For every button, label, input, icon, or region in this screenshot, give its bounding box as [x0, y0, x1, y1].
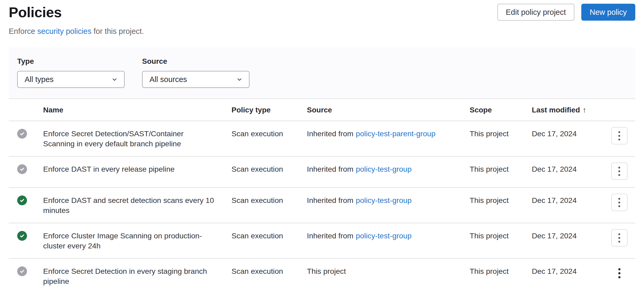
- status-cell: [9, 266, 43, 276]
- source-prefix: Inherited from: [307, 129, 353, 138]
- policy-name: Enforce DAST and secret detection scans …: [43, 195, 232, 215]
- policies-table: Name Policy type Source Scope Last modif…: [9, 99, 635, 291]
- scope-column-header: Scope: [470, 106, 532, 114]
- last-modified-column-header[interactable]: Last modified↑: [532, 106, 603, 114]
- kebab-dot-icon: [618, 167, 620, 169]
- kebab-dot-icon: [618, 198, 620, 200]
- security-policies-link[interactable]: security policies: [37, 27, 92, 35]
- last-modified-date: Dec 17, 2024: [532, 164, 603, 174]
- kebab-dot-icon: [618, 131, 620, 133]
- policy-scope: This project: [470, 266, 532, 276]
- source-group-link[interactable]: policy-test-group: [356, 196, 412, 204]
- policy-type: Scan execution: [232, 164, 307, 174]
- kebab-dot-icon: [618, 170, 620, 172]
- header-actions: Edit policy project New policy: [497, 4, 636, 21]
- source-prefix: Inherited from: [307, 165, 353, 173]
- status-check-icon-inactive: [17, 164, 27, 174]
- policy-name: Enforce Secret Detection/SAST/Container …: [43, 129, 232, 149]
- kebab-menu-button[interactable]: [611, 127, 628, 144]
- source-filter-value: All sources: [149, 75, 187, 84]
- status-check-icon-active: [17, 231, 27, 241]
- actions-cell: [603, 266, 635, 282]
- kebab-dot-icon: [618, 205, 620, 207]
- policy-table-row: Enforce DAST in every release pipeline S…: [9, 157, 635, 188]
- policies-page: Policies Edit policy project New policy …: [0, 4, 644, 291]
- status-cell: [9, 129, 43, 139]
- kebab-dot-icon: [618, 241, 620, 243]
- status-check-icon-inactive: [17, 266, 27, 276]
- kebab-menu-button[interactable]: [611, 229, 628, 247]
- policy-type: Scan execution: [232, 129, 307, 139]
- kebab-dot-icon: [618, 135, 620, 137]
- policy-table-row: Enforce DAST and secret detection scans …: [9, 188, 635, 223]
- policy-source: Inherited frompolicy-test-group: [307, 164, 470, 174]
- description-prefix: Enforce: [9, 27, 35, 35]
- kebab-menu-button[interactable]: [611, 194, 628, 211]
- policy-type: Scan execution: [232, 231, 307, 241]
- source-column-header: Source: [307, 106, 470, 114]
- kebab-dot-icon: [618, 272, 620, 274]
- page-header: Policies Edit policy project New policy: [9, 4, 635, 21]
- kebab-dot-icon: [618, 237, 620, 239]
- page-description: Enforce security policies for this proje…: [9, 26, 635, 36]
- source-filter-group: Source All sources: [142, 57, 250, 88]
- status-cell: [9, 164, 43, 174]
- policy-scope: This project: [470, 129, 532, 139]
- type-filter-dropdown[interactable]: All types: [17, 71, 125, 88]
- policy-table-row: Enforce Cluster Image Scanning on produc…: [9, 223, 635, 259]
- source-filter-dropdown[interactable]: All sources: [142, 71, 250, 88]
- table-header-row: Name Policy type Source Scope Last modif…: [9, 99, 635, 121]
- policy-table-row: Enforce Secret Detection in every stagin…: [9, 259, 635, 291]
- new-policy-button[interactable]: New policy: [581, 4, 635, 21]
- source-prefix: Inherited from: [307, 231, 353, 240]
- page-title: Policies: [9, 4, 62, 20]
- source-prefix: This project: [307, 267, 346, 275]
- policy-source: This project: [307, 266, 470, 276]
- source-filter-label: Source: [142, 57, 250, 66]
- policy-type-column-header: Policy type: [232, 106, 307, 114]
- kebab-dot-icon: [618, 139, 620, 140]
- last-modified-date: Dec 17, 2024: [532, 266, 603, 276]
- status-cell: [9, 195, 43, 205]
- chevron-down-icon: [236, 76, 243, 83]
- kebab-dot-icon: [618, 268, 620, 270]
- kebab-menu-button[interactable]: [611, 265, 628, 282]
- type-filter-label: Type: [17, 57, 125, 66]
- sort-ascending-icon: ↑: [583, 106, 586, 114]
- policy-source: Inherited frompolicy-test-group: [307, 231, 470, 241]
- status-check-icon-active: [17, 195, 27, 205]
- policy-scope: This project: [470, 164, 532, 174]
- description-suffix: for this project.: [94, 27, 144, 35]
- policy-scope: This project: [470, 195, 532, 205]
- policy-table-row: Enforce Secret Detection/SAST/Container …: [9, 121, 635, 157]
- filter-bar: Type All types Source All sources: [9, 48, 635, 99]
- policy-source: Inherited frompolicy-test-group: [307, 195, 470, 205]
- kebab-menu-button[interactable]: [611, 162, 628, 180]
- status-check-icon-inactive: [17, 129, 27, 139]
- policy-name: Enforce DAST in every release pipeline: [43, 164, 232, 174]
- policy-rows: Enforce Secret Detection/SAST/Container …: [9, 121, 635, 291]
- policy-type: Scan execution: [232, 266, 307, 276]
- actions-cell: [603, 129, 635, 144]
- edit-policy-project-button[interactable]: Edit policy project: [497, 4, 574, 21]
- last-modified-label: Last modified: [532, 106, 580, 114]
- last-modified-date: Dec 17, 2024: [532, 195, 603, 205]
- policy-name: Enforce Cluster Image Scanning on produc…: [43, 231, 232, 251]
- kebab-dot-icon: [618, 174, 620, 176]
- source-group-link[interactable]: policy-test-group: [356, 231, 412, 240]
- last-modified-date: Dec 17, 2024: [532, 231, 603, 241]
- actions-cell: [603, 195, 635, 211]
- last-modified-date: Dec 17, 2024: [532, 129, 603, 139]
- actions-cell: [603, 231, 635, 247]
- source-group-link[interactable]: policy-test-group: [356, 165, 412, 173]
- kebab-dot-icon: [618, 233, 620, 235]
- chevron-down-icon: [111, 76, 118, 83]
- source-group-link[interactable]: policy-test-parent-group: [356, 129, 436, 138]
- policy-type: Scan execution: [232, 195, 307, 205]
- type-filter-group: Type All types: [17, 57, 125, 88]
- kebab-dot-icon: [618, 202, 620, 203]
- source-prefix: Inherited from: [307, 196, 353, 204]
- type-filter-value: All types: [25, 75, 54, 84]
- policy-scope: This project: [470, 231, 532, 241]
- status-cell: [9, 231, 43, 241]
